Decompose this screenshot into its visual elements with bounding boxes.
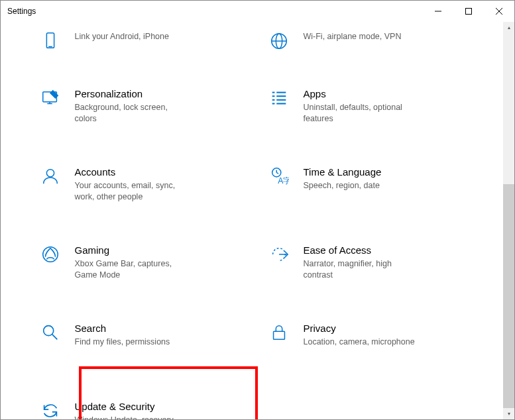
- tile-gaming[interactable]: Gaming Xbox Game Bar, captures, Game Mod…: [32, 235, 255, 295]
- tile-title: Gaming: [75, 244, 248, 256]
- window-controls: [423, 1, 514, 22]
- tile-search[interactable]: Search Find my files, permissions: [32, 313, 255, 373]
- maximize-button[interactable]: [453, 1, 484, 22]
- tile-desc: Speech, region, date: [304, 180, 416, 191]
- svg-rect-1: [466, 9, 472, 15]
- svg-line-23: [276, 172, 278, 174]
- tile-ease-of-access[interactable]: Ease of Access Narrator, magnifier, high…: [261, 235, 483, 295]
- tile-privacy[interactable]: Privacy Location, camera, microphone: [261, 313, 483, 373]
- svg-rect-29: [273, 331, 284, 339]
- close-button[interactable]: [484, 1, 514, 22]
- tile-personalization[interactable]: Personalization Background, lock screen,…: [32, 79, 255, 138]
- tile-desc: Narrator, magnifier, high contrast: [304, 258, 416, 281]
- svg-text:A字: A字: [278, 176, 289, 185]
- svg-point-25: [42, 247, 58, 262]
- scrollbar-thumb[interactable]: [503, 184, 514, 409]
- phone-icon: [39, 30, 62, 52]
- scrollbar[interactable]: ▴ ▾: [503, 22, 514, 419]
- update-icon: [39, 399, 62, 419]
- scrollbar-down-arrow[interactable]: ▾: [503, 408, 514, 419]
- titlebar: Settings: [1, 1, 514, 22]
- tile-title: Personalization: [75, 88, 248, 99]
- tile-desc: Wi-Fi, airplane mode, VPN: [304, 31, 416, 42]
- tile-title: Ease of Access: [304, 244, 477, 256]
- tile-phone[interactable]: Link your Android, iPhone: [32, 22, 255, 60]
- tile-desc: Find my files, permissions: [75, 337, 188, 348]
- globe-icon: [268, 30, 290, 52]
- tile-title: Search: [75, 323, 248, 334]
- svg-point-27: [43, 326, 53, 336]
- tile-desc: Windows Update, recovery, backup: [75, 415, 188, 419]
- minimize-button[interactable]: [423, 1, 453, 22]
- tile-desc: Background, lock screen, colors: [75, 102, 188, 125]
- tile-time-language[interactable]: A字 Time & Language Speech, region, date: [261, 157, 483, 217]
- tile-desc: Link your Android, iPhone: [75, 31, 188, 42]
- settings-content: Link your Android, iPhone Wi-Fi, airplan…: [1, 22, 514, 419]
- lock-icon: [268, 321, 290, 344]
- ease-of-access-icon: [268, 243, 290, 266]
- tile-update-security[interactable]: Update & Security Windows Update, recove…: [32, 392, 255, 419]
- scrollbar-up-arrow[interactable]: ▴: [503, 22, 514, 33]
- window-title: Settings: [7, 7, 36, 16]
- tile-desc: Your accounts, email, sync, work, other …: [75, 180, 188, 203]
- search-icon: [39, 321, 62, 344]
- tile-title: Privacy: [304, 323, 477, 334]
- tile-apps[interactable]: Apps Uninstall, defaults, optional featu…: [261, 79, 483, 138]
- gaming-icon: [39, 243, 62, 266]
- tile-title: Update & Security: [75, 401, 248, 412]
- svg-rect-4: [46, 33, 54, 48]
- tile-desc: Xbox Game Bar, captures, Game Mode: [75, 258, 188, 281]
- accounts-icon: [39, 165, 62, 187]
- apps-icon: [268, 87, 290, 109]
- tile-desc: Uninstall, defaults, optional features: [304, 102, 416, 125]
- time-language-icon: A字: [268, 165, 290, 187]
- tile-network[interactable]: Wi-Fi, airplane mode, VPN: [261, 22, 483, 60]
- personalization-icon: [39, 87, 62, 109]
- tile-desc: Location, camera, microphone: [304, 337, 416, 348]
- svg-line-28: [52, 335, 57, 340]
- tile-accounts[interactable]: Accounts Your accounts, email, sync, wor…: [32, 157, 255, 217]
- tile-title: Time & Language: [304, 166, 477, 178]
- tile-title: Accounts: [75, 166, 248, 178]
- svg-point-20: [46, 170, 54, 177]
- tile-title: Apps: [304, 88, 477, 99]
